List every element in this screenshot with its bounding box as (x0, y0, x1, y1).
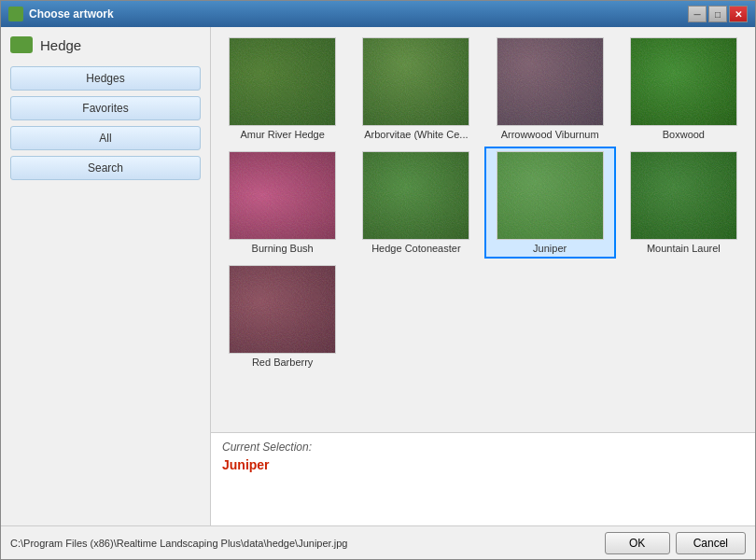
label-arborvitae: Arborvitae (White Ce... (364, 129, 468, 140)
image-burning (229, 151, 336, 240)
image-arrowwood (497, 37, 604, 126)
sidebar: Hedge Hedges Favorites All Search (1, 27, 211, 525)
sidebar-header: Hedge (10, 36, 201, 53)
image-mountain (630, 151, 737, 240)
label-mountain: Mountain Laurel (647, 243, 721, 254)
all-button[interactable]: All (10, 126, 201, 150)
selection-value: Juniper (222, 457, 744, 472)
label-burning: Burning Bush (252, 243, 314, 254)
image-cotoneaster (362, 151, 469, 240)
label-cotoneaster: Hedge Cotoneaster (371, 243, 460, 254)
image-arborvitae (362, 37, 469, 126)
selection-label: Current Selection: (222, 441, 744, 454)
content-area: Hedge Hedges Favorites All Search Amur R… (1, 27, 755, 525)
selection-panel: Current Selection: Juniper (211, 432, 755, 525)
image-amur (229, 37, 336, 126)
restore-button[interactable]: □ (708, 6, 727, 22)
cancel-button[interactable]: Cancel (676, 532, 746, 554)
label-barberry: Red Barberry (252, 357, 313, 368)
label-arrowwood: Arrowwood Viburnum (501, 129, 599, 140)
artwork-grid: Amur River Hedge Arborvitae (White Ce...… (215, 31, 751, 374)
grid-item-arborvitae[interactable]: Arborvitae (White Ce... (350, 33, 482, 145)
ok-button[interactable]: OK (605, 532, 670, 554)
filepath-label: C:\Program Files (x86)\Realtime Landscap… (10, 538, 605, 549)
search-button[interactable]: Search (10, 156, 201, 180)
label-juniper: Juniper (533, 243, 567, 254)
artwork-grid-scroll[interactable]: Amur River Hedge Arborvitae (White Ce...… (211, 27, 755, 432)
grid-item-amur[interactable]: Amur River Hedge (217, 33, 348, 145)
window-icon (8, 7, 23, 21)
grid-item-arrowwood[interactable]: Arrowwood Viburnum (484, 33, 616, 145)
grid-item-juniper[interactable]: Juniper (484, 147, 616, 259)
close-button[interactable]: ✕ (729, 6, 748, 22)
image-barberry (229, 265, 336, 354)
main-window: Choose artwork ─ □ ✕ Hedge Hedges Favori… (0, 0, 756, 560)
bottom-bar: C:\Program Files (x86)\Realtime Landscap… (1, 525, 755, 559)
grid-item-burning[interactable]: Burning Bush (217, 147, 348, 259)
hedges-button[interactable]: Hedges (10, 66, 201, 91)
favorites-button[interactable]: Favorites (10, 96, 201, 120)
title-buttons: ─ □ ✕ (688, 6, 748, 22)
grid-item-barberry[interactable]: Red Barberry (217, 260, 348, 372)
label-amur: Amur River Hedge (240, 129, 324, 140)
grid-item-cotoneaster[interactable]: Hedge Cotoneaster (350, 147, 482, 259)
label-boxwood: Boxwood (663, 129, 705, 140)
hedge-icon (10, 36, 33, 53)
image-boxwood (630, 37, 737, 126)
grid-item-mountain[interactable]: Mountain Laurel (618, 147, 749, 259)
grid-item-boxwood[interactable]: Boxwood (618, 33, 749, 145)
minimize-button[interactable]: ─ (688, 6, 707, 22)
window-title: Choose artwork (29, 7, 688, 21)
main-area: Amur River Hedge Arborvitae (White Ce...… (211, 27, 755, 525)
title-bar: Choose artwork ─ □ ✕ (1, 1, 755, 27)
sidebar-title: Hedge (40, 37, 81, 53)
image-juniper (497, 151, 604, 240)
bottom-buttons: OK Cancel (605, 532, 746, 554)
